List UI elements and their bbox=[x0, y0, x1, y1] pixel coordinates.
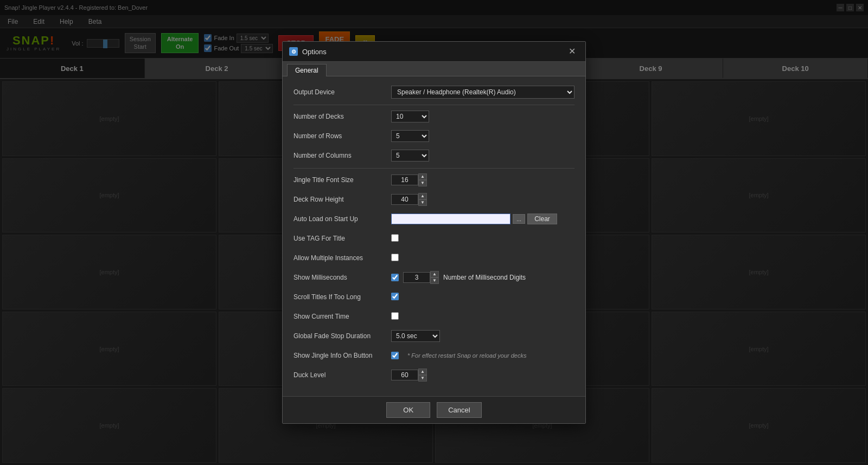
global-fade-label: Global Fade Stop Duration bbox=[293, 332, 391, 340]
divider-1 bbox=[293, 105, 575, 105]
jingle-font-size-down[interactable]: ▼ bbox=[418, 180, 427, 186]
deck-row-height-spinner: ▲ ▼ bbox=[418, 193, 427, 206]
use-tag-row: Use TAG For Title bbox=[293, 231, 575, 246]
num-decks-row: Number of Decks 1086 bbox=[293, 109, 575, 124]
jingle-font-size-label: Jingle Title Font Size bbox=[293, 176, 391, 184]
auto-load-clear-button[interactable]: Clear bbox=[527, 214, 557, 224]
show-ms-label: Show Milliseconds bbox=[293, 274, 391, 281]
num-columns-row: Number of Columns 546 bbox=[293, 148, 575, 163]
options-dialog: ⚙ Options ✕ General Output Device Speake… bbox=[282, 41, 586, 424]
use-tag-control bbox=[391, 234, 575, 243]
jingle-font-size-spinner: ▲ ▼ bbox=[418, 173, 427, 186]
dialog-title: ⚙ Options bbox=[289, 47, 327, 56]
ms-digits-label: Number of Millisecond Digits bbox=[443, 274, 526, 281]
auto-load-control: ... Clear bbox=[391, 214, 575, 224]
show-current-time-checkbox[interactable] bbox=[391, 312, 399, 320]
ms-digits-input[interactable] bbox=[403, 272, 430, 283]
auto-load-browse-button[interactable]: ... bbox=[513, 214, 525, 224]
duck-level-down[interactable]: ▼ bbox=[418, 375, 427, 382]
auto-load-row: Auto Load on Start Up ... Clear bbox=[293, 212, 575, 226]
deck-row-height-row: Deck Row Height ▲ ▼ bbox=[293, 192, 575, 206]
show-current-time-row: Show Current Time bbox=[293, 309, 575, 324]
allow-multiple-control bbox=[391, 254, 575, 263]
deck-row-height-control: ▲ ▼ bbox=[391, 193, 575, 206]
global-fade-select[interactable]: 5.0 sec 3.0 sec 2.0 sec bbox=[391, 330, 440, 342]
deck-row-height-down[interactable]: ▼ bbox=[418, 199, 427, 206]
dialog-title-text: Options bbox=[302, 48, 327, 56]
ok-button[interactable]: OK bbox=[386, 402, 430, 418]
auto-load-label: Auto Load on Start Up bbox=[293, 215, 391, 223]
deck-row-height-input[interactable] bbox=[391, 194, 418, 205]
duck-level-control: ▲ ▼ bbox=[391, 369, 575, 382]
output-device-row: Output Device Speaker / Headphone (Realt… bbox=[293, 85, 575, 99]
cancel-button[interactable]: Cancel bbox=[437, 402, 481, 418]
jingle-info-note: * For effect restart Snap or reload your… bbox=[407, 352, 527, 359]
num-rows-control: 546 bbox=[391, 130, 575, 142]
jingle-font-size-control: ▲ ▼ bbox=[391, 173, 575, 186]
show-ms-row: Show Milliseconds ▲ ▼ Number of Millisec… bbox=[293, 270, 575, 285]
show-jingle-info-checkbox[interactable] bbox=[391, 352, 399, 359]
scroll-titles-checkbox[interactable] bbox=[391, 293, 399, 300]
show-jingle-info-label: Show Jingle Info On Button bbox=[293, 352, 391, 359]
ms-digits-up[interactable]: ▲ bbox=[430, 271, 439, 277]
allow-multiple-row: Allow Multiple Instances bbox=[293, 251, 575, 265]
duck-level-label: Duck Level bbox=[293, 371, 391, 379]
show-jingle-info-control: * For effect restart Snap or reload your… bbox=[391, 352, 575, 359]
duck-level-row: Duck Level ▲ ▼ bbox=[293, 368, 575, 382]
scroll-titles-row: Scroll Titles If Too Long bbox=[293, 290, 575, 304]
options-icon: ⚙ bbox=[289, 47, 298, 56]
deck-row-height-up[interactable]: ▲ bbox=[418, 193, 427, 199]
jingle-font-size-up[interactable]: ▲ bbox=[418, 173, 427, 180]
deck-row-height-label: Deck Row Height bbox=[293, 196, 391, 203]
duck-level-up[interactable]: ▲ bbox=[418, 369, 427, 375]
allow-multiple-checkbox[interactable] bbox=[391, 254, 399, 261]
allow-multiple-label: Allow Multiple Instances bbox=[293, 254, 391, 262]
jingle-font-size-row: Jingle Title Font Size ▲ ▼ bbox=[293, 173, 575, 187]
use-tag-checkbox[interactable] bbox=[391, 234, 399, 242]
num-decks-control: 1086 bbox=[391, 111, 575, 122]
global-fade-control: 5.0 sec 3.0 sec 2.0 sec bbox=[391, 330, 575, 342]
dialog-tab-bar: General bbox=[283, 62, 585, 76]
auto-load-input[interactable] bbox=[391, 214, 510, 224]
show-jingle-info-row: Show Jingle Info On Button * For effect … bbox=[293, 348, 575, 363]
dialog-title-bar: ⚙ Options ✕ bbox=[283, 42, 585, 62]
duck-level-spinner: ▲ ▼ bbox=[418, 369, 427, 382]
scroll-titles-label: Scroll Titles If Too Long bbox=[293, 293, 391, 301]
dialog-close-button[interactable]: ✕ bbox=[565, 46, 579, 57]
show-current-time-label: Show Current Time bbox=[293, 313, 391, 320]
dialog-footer: OK Cancel bbox=[283, 396, 585, 423]
show-current-time-control bbox=[391, 312, 575, 321]
num-columns-control: 546 bbox=[391, 150, 575, 162]
global-fade-row: Global Fade Stop Duration 5.0 sec 3.0 se… bbox=[293, 329, 575, 343]
duck-level-input[interactable] bbox=[391, 370, 418, 380]
show-ms-control: ▲ ▼ Number of Millisecond Digits bbox=[391, 271, 575, 284]
num-columns-select[interactable]: 546 bbox=[391, 150, 429, 162]
dialog-overlay: ⚙ Options ✕ General Output Device Speake… bbox=[0, 0, 868, 465]
ms-digits-spinner: ▲ ▼ bbox=[430, 271, 439, 284]
use-tag-label: Use TAG For Title bbox=[293, 235, 391, 242]
ms-digits-down[interactable]: ▼ bbox=[430, 277, 439, 284]
show-ms-checkbox[interactable] bbox=[391, 274, 399, 281]
num-decks-select[interactable]: 1086 bbox=[391, 111, 429, 122]
num-decks-label: Number of Decks bbox=[293, 113, 391, 120]
output-device-select[interactable]: Speaker / Headphone (Realtek(R) Audio) bbox=[391, 86, 575, 99]
tab-general[interactable]: General bbox=[287, 64, 327, 76]
output-device-control: Speaker / Headphone (Realtek(R) Audio) bbox=[391, 86, 575, 99]
num-columns-label: Number of Columns bbox=[293, 152, 391, 159]
num-rows-select[interactable]: 546 bbox=[391, 130, 429, 142]
output-device-label: Output Device bbox=[293, 88, 391, 96]
ms-digits-spinner-wrap: ▲ ▼ bbox=[403, 271, 439, 284]
dialog-body: Output Device Speaker / Headphone (Realt… bbox=[283, 76, 585, 396]
scroll-titles-control bbox=[391, 293, 575, 302]
num-rows-label: Number of Rows bbox=[293, 132, 391, 140]
jingle-font-size-input[interactable] bbox=[391, 175, 418, 185]
divider-2 bbox=[293, 168, 575, 169]
num-rows-row: Number of Rows 546 bbox=[293, 129, 575, 143]
